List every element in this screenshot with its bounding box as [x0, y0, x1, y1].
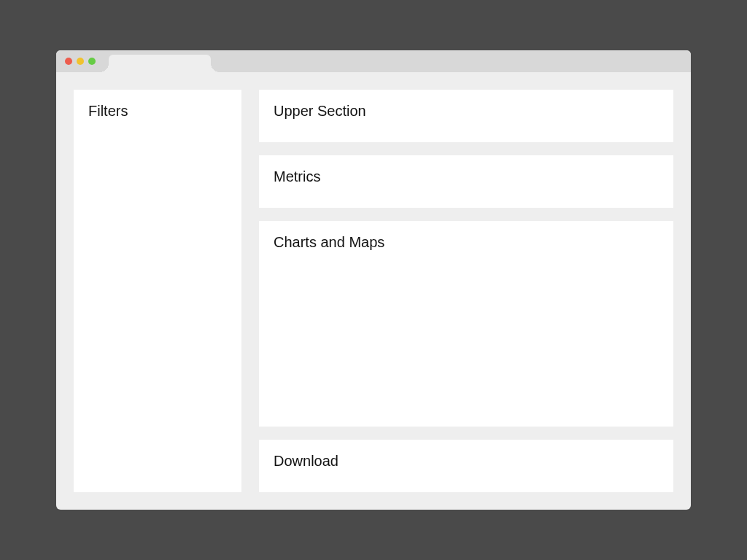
filters-sidebar: Filters	[74, 90, 241, 492]
charts-maps-title: Charts and Maps	[274, 234, 659, 251]
upper-section-title: Upper Section	[274, 103, 659, 120]
upper-section-panel: Upper Section	[259, 90, 673, 142]
charts-maps-panel: Charts and Maps	[259, 221, 673, 427]
download-title: Download	[274, 453, 659, 470]
window-controls	[65, 58, 96, 65]
content-area: Filters Upper Section Metrics Charts and…	[56, 72, 691, 510]
metrics-panel: Metrics	[259, 155, 673, 208]
main-column: Upper Section Metrics Charts and Maps Do…	[259, 90, 673, 492]
metrics-title: Metrics	[274, 168, 659, 185]
download-panel: Download	[259, 440, 673, 492]
browser-tab[interactable]	[109, 55, 211, 72]
maximize-window-icon[interactable]	[88, 58, 96, 65]
close-window-icon[interactable]	[65, 58, 72, 65]
title-bar	[56, 50, 691, 72]
filters-title: Filters	[88, 103, 227, 120]
browser-window: Filters Upper Section Metrics Charts and…	[56, 50, 691, 510]
minimize-window-icon[interactable]	[77, 58, 84, 65]
